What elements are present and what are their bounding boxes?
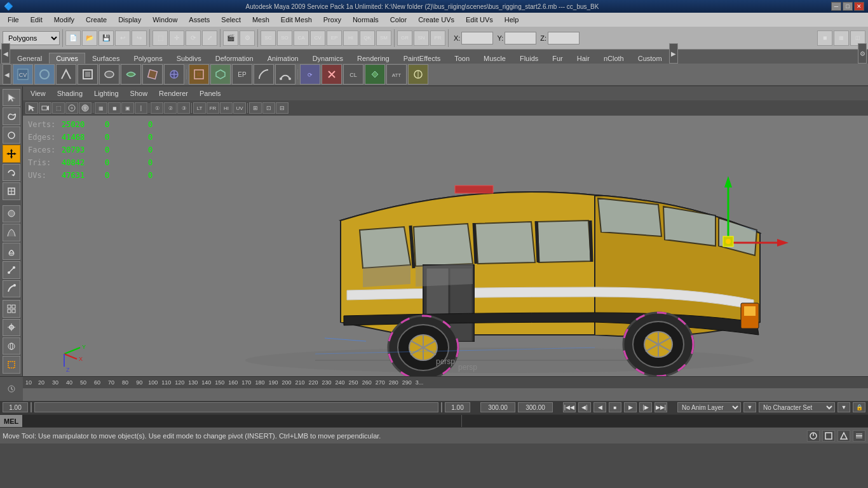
shelf-tab-polygons[interactable]: Polygons — [126, 53, 169, 64]
vp-menu-lighting[interactable]: Lighting — [89, 88, 124, 98]
shelf-icon-2[interactable] — [34, 64, 55, 85]
xray-toggle[interactable] — [3, 337, 20, 355]
menu-edit[interactable]: Edit — [25, 15, 48, 25]
end-frame-input[interactable] — [445, 402, 470, 412]
shelf-tab-custom[interactable]: Custom — [631, 53, 669, 64]
shelf-icon-6[interactable] — [121, 64, 141, 85]
menu-select[interactable]: Select — [216, 15, 246, 25]
shelf-icon-17[interactable] — [365, 64, 385, 85]
shelf-icon-16[interactable]: CL — [343, 64, 363, 85]
vp-icon-14[interactable]: FR — [207, 102, 219, 114]
mode-dropdown[interactable]: Polygons — [3, 31, 60, 45]
tb9[interactable]: GR — [397, 30, 412, 46]
close-button[interactable]: ✕ — [854, 2, 864, 11]
vp-icon-4[interactable] — [65, 102, 78, 114]
menu-assets[interactable]: Assets — [184, 15, 215, 25]
menu-proxy[interactable]: Proxy — [318, 15, 346, 25]
vp-menu-view[interactable]: View — [25, 88, 51, 98]
vp-icon-7[interactable]: ◼ — [108, 102, 121, 114]
menu-color[interactable]: Color — [385, 15, 412, 25]
shelf-tab-animation[interactable]: Animation — [261, 53, 306, 64]
render-button[interactable]: 🎬 — [223, 30, 238, 46]
menu-modify[interactable]: Modify — [49, 15, 79, 25]
shelf-icon-10[interactable] — [210, 64, 231, 85]
move-tool-button[interactable]: ✛ — [169, 30, 184, 46]
shelf-icon-13[interactable] — [275, 64, 295, 85]
rotate-tool-button[interactable]: ⟳ — [186, 30, 201, 46]
time-slider[interactable] — [34, 402, 438, 412]
shelf-tab-subdivs[interactable]: Subdivs — [170, 53, 208, 64]
vp-select-icon[interactable] — [25, 102, 38, 114]
vp-icon-13[interactable]: LT — [193, 102, 206, 114]
vp-icon-6[interactable]: ▦ — [95, 102, 107, 114]
vp-shaded-icon[interactable] — [79, 102, 92, 114]
shelf-icon-1[interactable]: CV — [13, 64, 33, 85]
undo-button[interactable]: ↩ — [115, 30, 130, 46]
shelf-icon-5[interactable] — [99, 64, 119, 85]
vp-icon-17[interactable]: ⊞ — [249, 102, 262, 114]
tb10[interactable]: SN — [414, 30, 429, 46]
stop-button[interactable]: ■ — [609, 402, 621, 412]
range-end-input[interactable] — [518, 402, 553, 412]
shelf-icon-12[interactable] — [254, 64, 274, 85]
shelf-tab-dynamics[interactable]: Dynamics — [306, 53, 350, 64]
menu-create[interactable]: Create — [81, 15, 112, 25]
shelf-icon-18[interactable]: ATT — [386, 64, 407, 85]
scale-tool-button[interactable]: ⤢ — [202, 30, 217, 46]
y-input[interactable] — [505, 32, 536, 44]
soft-mod-tool[interactable] — [3, 224, 20, 241]
shelf-icon-8[interactable] — [164, 64, 184, 85]
open-scene-button[interactable]: 📂 — [82, 30, 97, 46]
shelf-tab-fur[interactable]: Fur — [545, 53, 570, 64]
menu-display[interactable]: Display — [113, 15, 146, 25]
shelf-icon-11[interactable]: EP — [232, 64, 252, 85]
shelf-tab-surfaces[interactable]: Surfaces — [85, 53, 126, 64]
tb4[interactable]: CV — [310, 30, 325, 46]
tb1[interactable]: SC — [261, 30, 276, 46]
shelf-icon-7[interactable] — [142, 64, 163, 85]
vp-icon-11[interactable]: ② — [164, 102, 177, 114]
menu-normals[interactable]: Normals — [348, 15, 384, 25]
paint-select-tool[interactable] — [3, 126, 20, 144]
vp-icon-8[interactable]: ▣ — [121, 102, 134, 114]
step-forward-button[interactable]: |▶ — [639, 402, 652, 412]
show-manip-tool[interactable] — [3, 205, 20, 222]
tb2[interactable]: SO — [277, 30, 292, 46]
shelf-tab-muscle[interactable]: Muscle — [477, 53, 513, 64]
tb8[interactable]: SM — [376, 30, 391, 46]
shelf-tab-ncloth[interactable]: nCloth — [597, 53, 631, 64]
menu-help[interactable]: Help — [499, 15, 524, 25]
shelf-scroll-right[interactable]: ▶ — [669, 43, 678, 64]
char-set-btn[interactable]: ▼ — [837, 402, 850, 412]
tb11[interactable]: PR — [430, 30, 445, 46]
status-btn-1[interactable] — [807, 430, 820, 442]
tb5[interactable]: EP — [327, 30, 342, 46]
grid-toggle[interactable] — [3, 300, 20, 317]
status-btn-3[interactable] — [837, 430, 850, 442]
menu-mesh[interactable]: Mesh — [247, 15, 275, 25]
tb3[interactable]: CA — [294, 30, 309, 46]
timeline[interactable]: 10 20 30 40 50 60 70 80 90 100 110 120 1… — [23, 377, 868, 401]
play-back-button[interactable]: ◀ — [593, 402, 606, 412]
snap-tool[interactable] — [3, 319, 20, 336]
menu-file[interactable]: File — [3, 15, 24, 25]
scale-tool[interactable] — [3, 182, 20, 200]
vp-icon-15[interactable]: HI — [220, 102, 233, 114]
shelf-icon-14[interactable]: ⟳ — [300, 64, 320, 85]
char-set-dropdown[interactable]: No Character Set — [759, 402, 835, 412]
lasso-tool[interactable] — [3, 107, 20, 125]
shelf-scroll-left[interactable]: ◀ — [1, 43, 10, 64]
select-tool-button[interactable]: ⬚ — [153, 30, 168, 46]
shelf-icon-4[interactable] — [78, 64, 98, 85]
status-btn-2[interactable] — [822, 430, 835, 442]
start-frame-input[interactable] — [3, 402, 28, 412]
shelf-icon-15[interactable] — [322, 64, 342, 85]
shelf-tab-fluids[interactable]: Fluids — [513, 53, 545, 64]
shelf-tab-painteffects[interactable]: PaintEffects — [397, 53, 448, 64]
shelf-tab-curves[interactable]: Curves — [49, 53, 85, 64]
menu-window[interactable]: Window — [147, 15, 182, 25]
shelf-tab-general[interactable]: General — [10, 53, 49, 64]
vp-menu-show[interactable]: Show — [125, 88, 153, 98]
vp-icon-12[interactable]: ③ — [177, 102, 190, 114]
x-input[interactable] — [461, 32, 493, 44]
